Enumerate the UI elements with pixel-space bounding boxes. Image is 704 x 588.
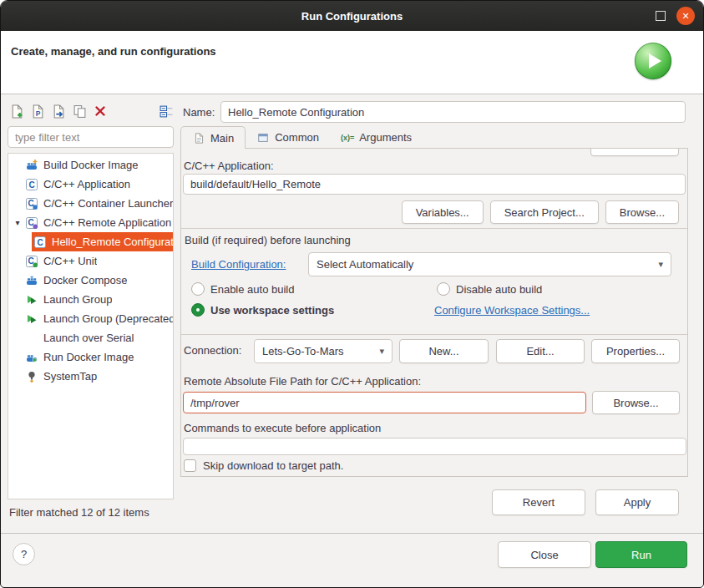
use-workspace-settings-label: Use workspace settings [210,304,334,317]
run-button[interactable]: Run [595,541,687,568]
main-tab-content: C/C++ Application: Variables... Search P… [180,148,688,477]
skip-download-label: Skip download to target path. [203,459,343,472]
new-connection-button[interactable]: New... [399,339,489,363]
arguments-tab-icon: (x)= [341,134,354,142]
tree-item-label: C/C++ Unit [43,255,97,267]
skip-download-row[interactable]: Skip download to target path. [184,459,343,472]
enable-auto-build-label: Enable auto build [210,283,294,296]
close-button-label: Close [530,549,558,561]
close-button[interactable]: Close [498,541,591,568]
build-group-title: Build (if required) before launching [185,234,351,246]
docker-run-icon [25,351,38,364]
close-icon: ✕ [681,12,689,21]
browse-button-label: Browse... [620,206,665,219]
maximize-icon[interactable] [656,11,666,21]
new-button-label: New... [428,345,458,357]
tree-item-build-docker-image[interactable]: Build Docker Image [8,155,173,175]
tree-item-label: Build Docker Image [43,159,138,171]
new-configuration-icon[interactable] [9,104,24,119]
svg-text:C: C [28,256,33,266]
browse-button[interactable]: Browse... [605,200,679,224]
help-button[interactable]: ? [13,543,35,565]
build-configuration-link[interactable]: Build Configuration: [191,258,286,271]
use-workspace-settings-radio[interactable]: Use workspace settings [191,303,334,317]
tree-item-label: C/C++ Container Launcher [43,197,173,210]
tree-item-label: Launch Group [43,293,112,306]
systemtap-icon [25,370,38,383]
project-browse-button-partial[interactable] [590,148,679,156]
edit-connection-button[interactable]: Edit... [496,339,585,363]
tree-item-label: Docker Compose [43,274,127,286]
browse-remote-button[interactable]: Browse... [592,391,680,414]
tree-item-launch-group-deprecated[interactable]: Launch Group (Deprecated) [8,309,173,328]
disable-auto-build-label: Disable auto build [456,283,542,296]
collapse-all-icon[interactable] [159,104,174,119]
launch-group-icon [25,293,38,307]
tab-arguments[interactable]: (x)= Arguments [330,126,423,149]
tab-main[interactable]: Main [180,126,246,149]
variables-button[interactable]: Variables... [402,200,484,224]
remote-path-label: Remote Absolute File Path for C/C++ Appl… [184,375,421,388]
tree-item-docker-compose[interactable]: Docker Compose [8,271,173,290]
build-configuration-value: Select Automatically [317,258,413,271]
application-label: C/C++ Application: [184,160,274,172]
skip-download-checkbox[interactable] [184,459,196,472]
launch-group-deprecated-icon [25,312,38,326]
tree-item-label: C/C++ Remote Application [43,216,171,229]
commands-input[interactable] [183,438,686,455]
filter-status: Filter matched 12 of 12 items [9,506,174,519]
tree-item-c-container-launcher[interactable]: C C/C++ Container Launcher [8,194,173,213]
tab-common-label: Common [275,131,319,144]
window-title: Run Configurations [301,10,403,23]
tree-item-c-application[interactable]: C C/C++ Application [8,175,173,194]
chevron-down-icon: ▾ [379,346,384,357]
docker-build-icon [25,159,38,172]
footer-divider [1,533,703,534]
new-prototype-icon[interactable]: P [30,104,45,119]
tree-item-launch-group[interactable]: Launch Group [8,290,173,309]
revert-button[interactable]: Revert [492,489,585,515]
titlebar[interactable]: Run Configurations [1,1,703,31]
application-path-input[interactable] [183,174,686,195]
configure-workspace-settings-link[interactable]: Configure Workspace Settings... [434,304,590,317]
variables-button-label: Variables... [416,206,469,219]
tab-common[interactable]: Common [246,126,330,149]
build-configuration-dropdown[interactable]: Select Automatically ▾ [308,252,671,276]
delete-icon[interactable] [93,104,108,119]
tree-item-label: Hello_Remote Configuration [52,236,173,248]
build-group: Build (if required) before launching Bui… [181,228,687,335]
duplicate-icon[interactable] [72,104,87,119]
filter-input[interactable] [8,126,174,148]
export-configuration-icon[interactable] [51,104,66,119]
connection-dropdown[interactable]: Lets-Go-To-Mars ▾ [254,339,393,363]
tree-item-c-unit[interactable]: C C/C++ Unit [8,251,173,271]
close-window-button[interactable]: ✕ [676,7,695,25]
tree-item-run-docker-image[interactable]: Run Docker Image [8,347,173,367]
chevron-down-icon: ▾ [658,259,663,270]
run-wizard-icon [635,43,671,79]
play-icon [649,53,661,68]
remote-path-input[interactable] [183,392,586,413]
radio-icon [191,282,205,296]
disable-auto-build-radio[interactable]: Disable auto build [437,282,542,296]
tree-item-hello-remote-configuration[interactable]: C Hello_Remote Configuration [8,232,173,251]
tree-item-c-remote-application[interactable]: ▾ C C/C++ Remote Application [8,213,173,232]
docker-compose-icon [25,274,38,287]
connection-label: Connection: [184,344,241,357]
svg-text:C: C [37,237,43,246]
tree-item-systemtap[interactable]: SystemTap [8,367,173,386]
edit-button-label: Edit... [526,345,554,357]
tree-item-label: C/C++ Application [43,178,130,190]
launch-config-tree[interactable]: Build Docker Image C C/C++ Application C… [8,153,174,499]
tree-item-launch-over-serial[interactable]: Launch over Serial [8,328,173,347]
properties-button[interactable]: Properties... [591,339,680,363]
search-project-button[interactable]: Search Project... [490,200,599,224]
c-remote-icon: C [25,216,38,230]
launch-config-toolbar: P [9,102,174,120]
name-input[interactable] [220,101,686,123]
window-controls: ✕ [656,1,695,31]
expander-icon[interactable]: ▾ [12,218,23,227]
run-configurations-dialog: Run Configurations ✕ Create, manage, and… [0,0,704,588]
enable-auto-build-radio[interactable]: Enable auto build [191,282,294,296]
apply-button[interactable]: Apply [595,489,679,515]
